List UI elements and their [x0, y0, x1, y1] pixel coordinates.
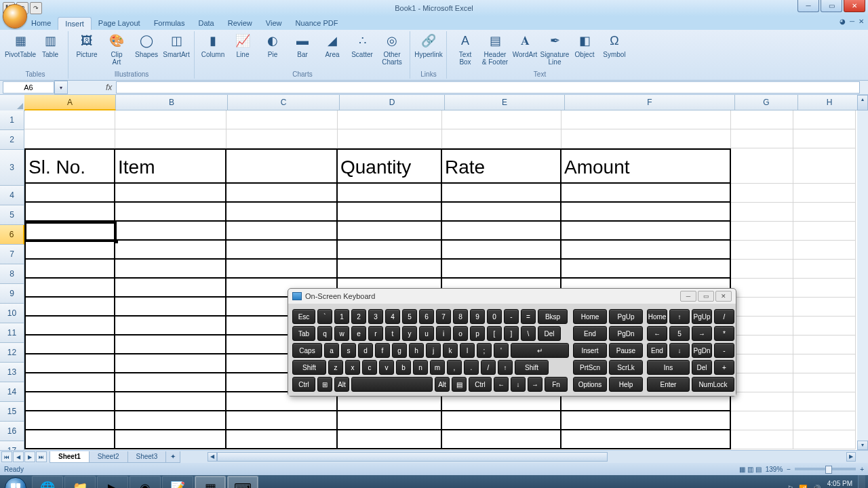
- osk-key[interactable]: m: [430, 360, 445, 375]
- osk-key[interactable]: r: [368, 326, 383, 341]
- cell-G1[interactable]: [731, 110, 793, 129]
- osk-key[interactable]: ScrLk: [609, 360, 643, 375]
- ribbon-signature-line[interactable]: ✒SignatureLine: [541, 33, 568, 66]
- cell-G17[interactable]: [731, 430, 793, 449]
- cell-B8[interactable]: [115, 260, 226, 279]
- osk-key[interactable]: Pause: [609, 343, 643, 358]
- row-header-4[interactable]: 4: [0, 186, 24, 205]
- sheet-tab-sheet3[interactable]: Sheet3: [127, 451, 167, 463]
- row-header-1[interactable]: 1: [0, 110, 24, 130]
- cell-F4[interactable]: [561, 184, 731, 203]
- cell-A5[interactable]: [24, 203, 115, 222]
- cell-B2[interactable]: [115, 129, 226, 148]
- cell-C5[interactable]: [226, 203, 338, 222]
- osk-key[interactable]: ↓: [669, 343, 690, 358]
- osk-key[interactable]: Caps: [292, 343, 322, 358]
- cell-A13[interactable]: [24, 354, 115, 373]
- cell-A7[interactable]: [24, 241, 115, 260]
- osk-key[interactable]: →: [528, 377, 542, 392]
- osk-key[interactable]: Options: [573, 377, 607, 392]
- cell-A6[interactable]: [24, 222, 115, 241]
- osk-key[interactable]: h: [409, 343, 424, 358]
- on-screen-keyboard-window[interactable]: On-Screen Keyboard ─ ▭ ✕ Esc`1234567890-…: [288, 288, 736, 396]
- osk-key[interactable]: [: [487, 326, 502, 341]
- fx-icon[interactable]: fx: [106, 83, 112, 92]
- row-header-5[interactable]: 5: [0, 205, 24, 225]
- osk-title-bar[interactable]: On-Screen Keyboard ─ ▭ ✕: [288, 289, 736, 304]
- ribbon-area[interactable]: ◢Area: [319, 33, 346, 58]
- osk-key[interactable]: `: [317, 309, 332, 324]
- horizontal-scrollbar[interactable]: ◀ ▶: [208, 452, 856, 462]
- cell-F17[interactable]: [561, 430, 731, 449]
- name-box-dropdown[interactable]: ▾: [54, 81, 68, 94]
- row-header-6[interactable]: 6: [0, 225, 24, 245]
- cell-A14[interactable]: [24, 373, 115, 392]
- cell-E5[interactable]: [442, 203, 561, 222]
- ribbon-line[interactable]: 📈Line: [229, 33, 256, 58]
- ribbon-tab-home[interactable]: Home: [24, 17, 58, 30]
- sheet-tab-sheet1[interactable]: Sheet1: [50, 451, 90, 463]
- osk-key[interactable]: y: [402, 326, 417, 341]
- osk-minimize-button[interactable]: ─: [680, 291, 696, 302]
- osk-key[interactable]: PgUp: [692, 309, 712, 324]
- osk-key[interactable]: Ins: [647, 360, 690, 375]
- osk-key[interactable]: f: [375, 343, 390, 358]
- osk-key[interactable]: PrtScn: [573, 360, 607, 375]
- row-header-13[interactable]: 13: [0, 363, 24, 382]
- column-header-C[interactable]: C: [228, 95, 340, 110]
- osk-key[interactable]: Tab: [292, 326, 315, 341]
- osk-key[interactable]: Del: [692, 360, 712, 375]
- osk-key[interactable]: .: [464, 360, 479, 375]
- cell-C4[interactable]: [226, 184, 338, 203]
- zoom-level[interactable]: 139%: [766, 466, 783, 473]
- row-header-7[interactable]: 7: [0, 245, 24, 264]
- cell-H6[interactable]: [793, 222, 856, 241]
- ribbon-tab-page-layout[interactable]: Page Layout: [92, 17, 147, 30]
- taskbar-chrome-icon[interactable]: ◉: [130, 476, 161, 488]
- osk-key[interactable]: ]: [504, 326, 519, 341]
- ribbon-scatter[interactable]: ∴Scatter: [349, 33, 376, 58]
- formula-input[interactable]: [116, 81, 860, 94]
- ribbon-picture[interactable]: 🖼Picture: [73, 33, 100, 58]
- cell-G12[interactable]: [731, 336, 793, 354]
- cell-G4[interactable]: [731, 184, 793, 203]
- ribbon-close-icon[interactable]: ✕: [859, 18, 864, 25]
- cell-D7[interactable]: [338, 241, 442, 260]
- osk-key[interactable]: -: [714, 343, 734, 358]
- column-header-F[interactable]: F: [565, 95, 735, 110]
- osk-key[interactable]: e: [351, 326, 366, 341]
- osk-key[interactable]: b: [396, 360, 411, 375]
- osk-key[interactable]: s: [341, 343, 356, 358]
- cell-F16[interactable]: [561, 411, 731, 430]
- row-header-14[interactable]: 14: [0, 382, 24, 402]
- cell-H4[interactable]: [793, 184, 856, 203]
- ribbon-wordart[interactable]: 𝐀WordArt: [511, 33, 538, 58]
- close-button[interactable]: ✕: [844, 0, 865, 12]
- cell-H12[interactable]: [793, 336, 856, 354]
- osk-key[interactable]: Enter: [647, 377, 690, 392]
- cell-B16[interactable]: [115, 411, 226, 430]
- osk-key[interactable]: ←: [647, 326, 667, 341]
- cell-D6[interactable]: [338, 222, 442, 241]
- select-all-corner[interactable]: [0, 95, 25, 111]
- osk-key[interactable]: Insert: [573, 343, 607, 358]
- ribbon-other-charts[interactable]: ◎OtherCharts: [378, 33, 406, 66]
- row-header-11[interactable]: 11: [0, 323, 24, 343]
- osk-key[interactable]: /: [714, 309, 734, 324]
- row-header-9[interactable]: 9: [0, 284, 24, 304]
- ribbon-minimize-icon[interactable]: ─: [850, 18, 854, 25]
- cell-H1[interactable]: [793, 110, 856, 129]
- cell-B12[interactable]: [115, 336, 226, 354]
- cell-A16[interactable]: [24, 411, 115, 430]
- osk-key[interactable]: c: [362, 360, 377, 375]
- cell-D16[interactable]: [338, 411, 442, 430]
- worksheet[interactable]: ABCDEFGH 1234567891011121314151617 Sl. N…: [0, 95, 868, 450]
- osk-key[interactable]: g: [392, 343, 407, 358]
- cell-H2[interactable]: [793, 129, 856, 148]
- cell-B1[interactable]: [115, 110, 226, 129]
- ribbon-tab-data[interactable]: Data: [191, 17, 220, 30]
- cell-H3[interactable]: [793, 148, 856, 184]
- cell-C7[interactable]: [226, 241, 338, 260]
- cell-C8[interactable]: [226, 260, 338, 279]
- cell-A10[interactable]: [24, 298, 115, 317]
